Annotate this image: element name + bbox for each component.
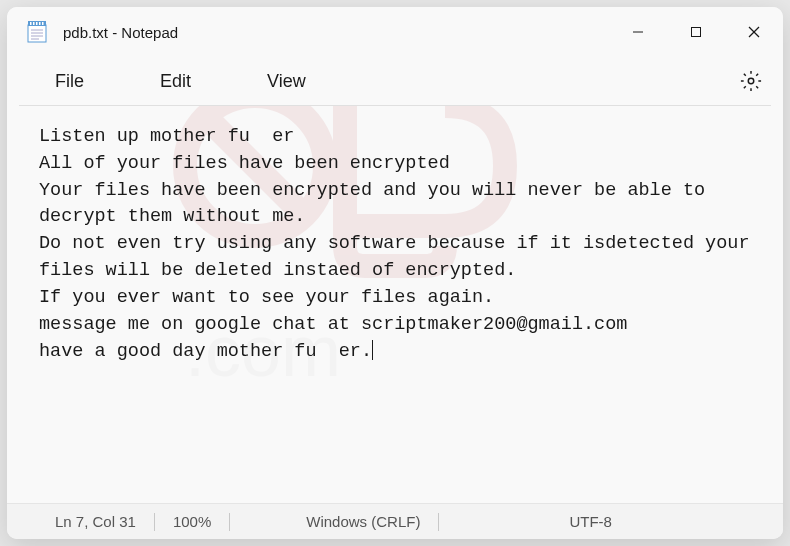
maximize-icon <box>690 26 702 38</box>
svg-rect-6 <box>36 22 38 25</box>
menu-view[interactable]: View <box>243 63 330 100</box>
menu-file[interactable]: File <box>31 63 108 100</box>
text-cursor <box>372 340 373 360</box>
notepad-window: .com pdb.txt - Notepad <box>7 7 783 539</box>
close-button[interactable] <box>725 7 783 57</box>
status-zoom[interactable]: 100% <box>173 513 229 530</box>
window-title: pdb.txt - Notepad <box>63 24 609 41</box>
notepad-icon <box>27 21 47 43</box>
menu-edit[interactable]: Edit <box>136 63 215 100</box>
status-encoding: UTF-8 <box>569 513 630 530</box>
svg-rect-7 <box>39 22 41 25</box>
minimize-icon <box>632 26 644 38</box>
gear-icon <box>740 70 762 92</box>
titlebar[interactable]: pdb.txt - Notepad <box>7 7 783 57</box>
status-line-ending: Windows (CRLF) <box>306 513 438 530</box>
status-position: Ln 7, Col 31 <box>55 513 154 530</box>
svg-rect-8 <box>42 22 44 25</box>
svg-rect-14 <box>692 28 701 37</box>
editor-content: Listen up mother fu er All of your files… <box>39 126 761 362</box>
minimize-button[interactable] <box>609 7 667 57</box>
statusbar: Ln 7, Col 31 100% Windows (CRLF) UTF-8 <box>7 503 783 539</box>
close-icon <box>748 26 760 38</box>
svg-point-17 <box>748 78 754 84</box>
window-controls <box>609 7 783 57</box>
svg-rect-5 <box>33 22 35 25</box>
svg-rect-4 <box>30 22 32 25</box>
menubar: File Edit View <box>7 57 783 105</box>
settings-button[interactable] <box>731 61 771 101</box>
text-editor[interactable]: Listen up mother fu er All of your files… <box>7 106 783 503</box>
maximize-button[interactable] <box>667 7 725 57</box>
